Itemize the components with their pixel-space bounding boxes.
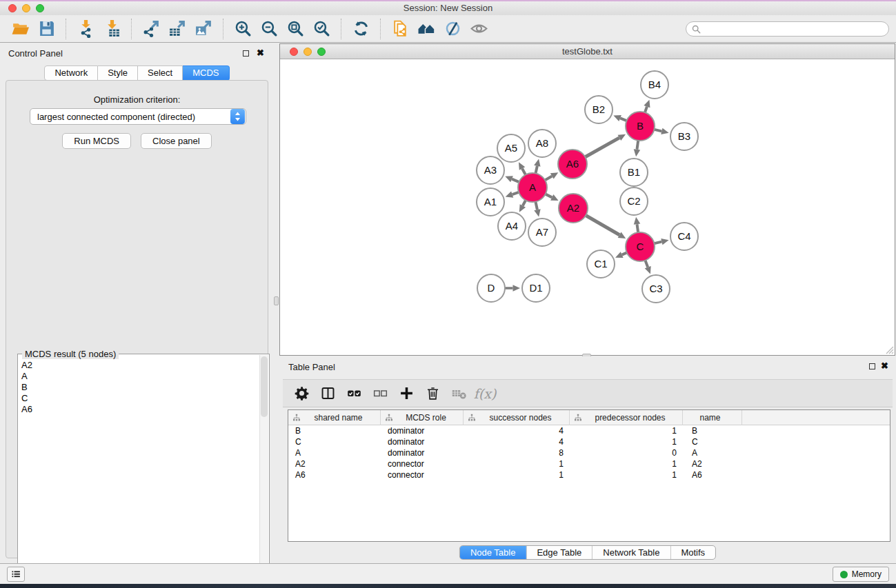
tab-motifs[interactable]: Motifs [670, 546, 715, 560]
table-cell[interactable]: B [288, 425, 381, 436]
export-table-button[interactable] [164, 17, 190, 41]
list-icon [10, 568, 22, 580]
graph-node-label-C: C [637, 241, 644, 252]
result-scrollbar-thumb[interactable] [261, 356, 268, 417]
zoom-out-button[interactable] [256, 17, 282, 41]
table-row[interactable]: A2connector11A2 [288, 458, 890, 469]
main-toolbar-buttons [7, 15, 492, 42]
table-cell[interactable]: A6 [683, 469, 742, 480]
result-list-item[interactable]: A6 [19, 404, 258, 415]
table-cell[interactable]: 1 [570, 436, 683, 447]
table-cell[interactable]: C [288, 436, 381, 447]
window-resize-grip-icon[interactable] [884, 344, 894, 354]
task-history-button[interactable] [7, 567, 25, 582]
table-cell[interactable]: 1 [570, 458, 683, 469]
graphics-details-button[interactable] [439, 17, 466, 41]
table-cell[interactable]: dominator [381, 425, 464, 436]
run-mcds-button[interactable]: Run MCDS [62, 133, 131, 149]
splitter-grip-icon[interactable] [274, 296, 279, 305]
network-window-titlebar[interactable]: testGlobe.txt [280, 44, 895, 59]
result-list-item[interactable]: C [19, 393, 258, 404]
edge-arrowhead-icon [534, 159, 540, 166]
table-cell[interactable]: connector [381, 469, 464, 480]
table-cell[interactable]: A6 [288, 469, 381, 480]
table-cell[interactable]: connector [381, 458, 464, 469]
column-layout-button[interactable] [319, 385, 337, 403]
create-column-button[interactable] [397, 385, 415, 403]
deselect-all-columns-button[interactable] [371, 385, 389, 403]
table-cell[interactable]: A2 [683, 458, 742, 469]
close-table-panel-icon[interactable]: ✖ [881, 361, 888, 371]
table-cell[interactable]: B [683, 425, 742, 436]
float-table-panel-icon[interactable] [869, 363, 875, 369]
table-cell[interactable]: A2 [288, 458, 381, 469]
table-cell[interactable]: C [683, 436, 742, 447]
table-settings-button[interactable] [292, 385, 310, 403]
tab-network-table[interactable]: Network Table [592, 546, 670, 560]
table-row[interactable]: Bdominator41B [288, 425, 890, 436]
memory-button[interactable]: Memory [833, 567, 889, 582]
table-cell[interactable]: 1 [570, 469, 683, 480]
column-header-name[interactable]: name [683, 410, 742, 425]
edge-A6-B[interactable] [584, 138, 619, 158]
close-panel-button[interactable]: Close panel [141, 133, 212, 149]
toolbar-separator [380, 19, 381, 39]
tab-style[interactable]: Style [98, 65, 138, 81]
select-all-columns-button[interactable] [345, 385, 363, 403]
table-cell[interactable]: 4 [464, 425, 570, 436]
vertical-splitter[interactable] [274, 43, 279, 563]
search-field[interactable] [686, 21, 889, 37]
show-hide-eye-button[interactable] [466, 17, 492, 41]
column-header-predecessor-nodes[interactable]: predecessor nodes [570, 410, 683, 425]
result-list-item[interactable]: A2 [19, 360, 258, 371]
export-network-button[interactable] [138, 17, 164, 41]
refresh-button[interactable] [348, 17, 374, 41]
close-panel-icon[interactable]: ✖ [257, 48, 264, 58]
table-cell[interactable]: 1 [464, 458, 570, 469]
column-header-successor-nodes[interactable]: successor nodes [464, 410, 570, 425]
column-header-MCDS-role[interactable]: MCDS role [381, 410, 464, 425]
tab-edge-table[interactable]: Edge Table [526, 546, 592, 560]
table-cell[interactable]: 1 [464, 469, 570, 480]
network-graph-canvas[interactable]: AA1A2A3A4A5A6A7A8BB1B2B3B4CC1C2C3C4DD1 [280, 60, 895, 355]
mcds-action-buttons: Run MCDS Close panel [6, 133, 268, 149]
table-row[interactable]: Cdominator41C [288, 436, 890, 447]
table-cell[interactable]: 0 [570, 447, 683, 458]
zoom-fit-button[interactable] [282, 17, 308, 41]
import-network-button[interactable] [72, 17, 99, 41]
save-session-button[interactable] [33, 17, 59, 41]
export-table-icon [168, 19, 187, 38]
table-cell[interactable]: dominator [381, 436, 464, 447]
table-cell[interactable]: 1 [570, 425, 683, 436]
home-icon [417, 19, 436, 38]
table-cell[interactable]: dominator [381, 447, 464, 458]
result-scrollbar[interactable] [259, 355, 268, 588]
result-list-item[interactable]: A [19, 371, 258, 382]
table-cell[interactable]: A [683, 447, 742, 458]
export-image-button[interactable] [190, 17, 217, 41]
open-session-button[interactable] [7, 17, 33, 41]
float-panel-icon[interactable] [243, 50, 249, 57]
table-row[interactable]: A6connector11A6 [288, 469, 890, 480]
result-list-item[interactable]: B [19, 382, 258, 393]
table-cell[interactable]: A [288, 447, 381, 458]
import-table-button[interactable] [99, 17, 125, 41]
edge-A2-C[interactable] [584, 214, 619, 234]
zoom-selected-button[interactable] [308, 17, 335, 41]
tab-node-table[interactable]: Node Table [460, 546, 526, 560]
function-builder-button: f(x) [476, 385, 494, 403]
search-input[interactable] [704, 23, 888, 35]
tab-select[interactable]: Select [138, 65, 183, 81]
duplicate-network-button[interactable] [387, 17, 413, 41]
home-button[interactable] [413, 17, 439, 41]
tab-mcds[interactable]: MCDS [183, 65, 229, 81]
tab-network[interactable]: Network [44, 65, 98, 81]
delete-columns-button[interactable] [424, 385, 441, 403]
column-header-shared-name[interactable]: shared name [288, 410, 381, 425]
criterion-select[interactable]: largest connected component (directed) [30, 108, 246, 125]
zoom-in-button[interactable] [230, 17, 256, 41]
table-cell[interactable]: 4 [464, 436, 570, 447]
main-titlebar: Session: New Session [0, 1, 896, 15]
table-row[interactable]: Adominator80A [288, 447, 890, 458]
table-cell[interactable]: 8 [464, 447, 570, 458]
